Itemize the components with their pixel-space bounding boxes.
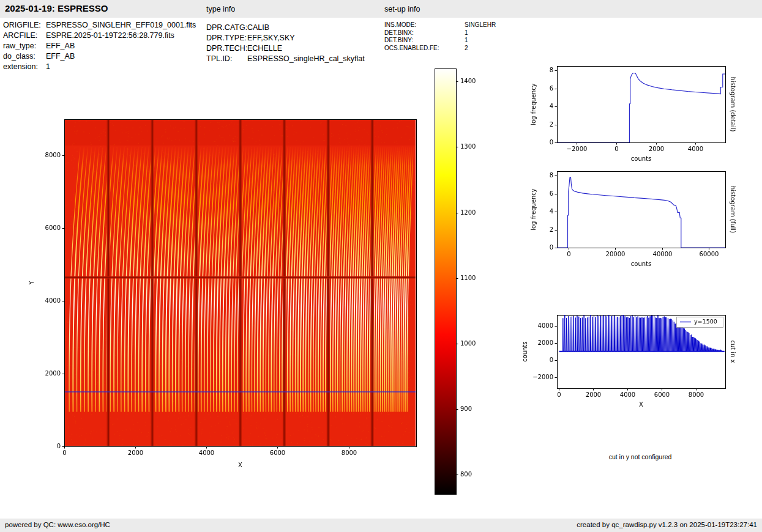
histogram-detail-plot bbox=[514, 58, 750, 177]
footer-right-text: created by qc_rawdisp.py v1.2.3 on 2025-… bbox=[577, 521, 757, 528]
info-row: DPR.TECH: ECHELLE bbox=[206, 43, 365, 54]
histogram-full-plot bbox=[514, 163, 750, 283]
info-value: EFF_AB bbox=[46, 51, 75, 62]
info-label: extension: bbox=[3, 62, 46, 72]
info-row: INS.MODE: SINGLEHR bbox=[384, 21, 496, 29]
info-row: OCS.ENABLED.FE: 2 bbox=[384, 45, 496, 53]
info-label: DPR.CATG: bbox=[206, 23, 247, 33]
info-value: 1 bbox=[46, 62, 50, 72]
info-label: TPL.ID: bbox=[206, 54, 247, 64]
raw-image-plot bbox=[18, 92, 441, 486]
setup-info-heading: set-up info bbox=[384, 5, 420, 13]
info-label: DET.BINX: bbox=[384, 29, 465, 37]
type-info-block: DPR.CATG: CALIB DPR.TYPE: EFF,SKY,SKY DP… bbox=[206, 23, 365, 64]
info-value: 1 bbox=[465, 37, 468, 45]
info-row: do_class: EFF_AB bbox=[3, 51, 196, 62]
info-label: do_class: bbox=[3, 51, 46, 62]
qc-report-page: 2025-01-19: ESPRESSO type info set-up in… bbox=[0, 0, 762, 532]
info-value: EFF,SKY,SKY bbox=[247, 33, 295, 43]
info-row: DET.BINY: 1 bbox=[384, 37, 496, 45]
colorbar bbox=[428, 64, 499, 501]
cut-in-y-note: cut in y not configured bbox=[530, 453, 750, 460]
info-value: ESPRESSO_SINGLEHR_EFF019_0001.fits bbox=[46, 20, 196, 31]
info-row: DPR.CATG: CALIB bbox=[206, 23, 365, 33]
info-value: ESPRESSO_singleHR_cal_skyflat bbox=[247, 54, 365, 64]
page-title: 2025-01-19: ESPRESSO bbox=[5, 3, 108, 13]
info-row: DET.BINX: 1 bbox=[384, 29, 496, 37]
info-value: SINGLEHR bbox=[465, 21, 496, 29]
setup-info-block: INS.MODE: SINGLEHR DET.BINX: 1 DET.BINY:… bbox=[384, 21, 496, 52]
type-info-heading: type info bbox=[206, 5, 235, 13]
footer-bar: powered by QC: www.eso.org/HC created by… bbox=[0, 519, 762, 532]
cut-in-x-plot bbox=[514, 306, 750, 434]
info-row: extension: 1 bbox=[3, 62, 196, 72]
info-label: ARCFILE: bbox=[3, 31, 46, 41]
info-value: EFF_AB bbox=[46, 41, 75, 51]
footer-left-text: powered by QC: www.eso.org/HC bbox=[5, 521, 110, 528]
header-bar: 2025-01-19: ESPRESSO type info set-up in… bbox=[0, 0, 762, 18]
info-row: ORIGFILE: ESPRESSO_SINGLEHR_EFF019_0001.… bbox=[3, 20, 196, 31]
file-info-block: ORIGFILE: ESPRESSO_SINGLEHR_EFF019_0001.… bbox=[3, 20, 196, 72]
info-label: DET.BINY: bbox=[384, 37, 465, 45]
info-label: DPR.TECH: bbox=[206, 43, 247, 54]
info-value: CALIB bbox=[247, 23, 269, 33]
info-label: raw_type: bbox=[3, 41, 46, 51]
info-label: INS.MODE: bbox=[384, 21, 465, 29]
info-row: TPL.ID: ESPRESSO_singleHR_cal_skyflat bbox=[206, 54, 365, 64]
info-value: ESPRE.2025-01-19T22:56:28.779.fits bbox=[46, 31, 174, 41]
info-label: OCS.ENABLED.FE: bbox=[384, 45, 465, 53]
info-label: DPR.TYPE: bbox=[206, 33, 247, 43]
info-row: DPR.TYPE: EFF,SKY,SKY bbox=[206, 33, 365, 43]
info-row: raw_type: EFF_AB bbox=[3, 41, 196, 51]
info-value: ECHELLE bbox=[247, 43, 282, 54]
info-row: ARCFILE: ESPRE.2025-01-19T22:56:28.779.f… bbox=[3, 31, 196, 41]
info-value: 1 bbox=[465, 29, 468, 37]
info-value: 2 bbox=[465, 45, 468, 53]
info-label: ORIGFILE: bbox=[3, 20, 46, 31]
